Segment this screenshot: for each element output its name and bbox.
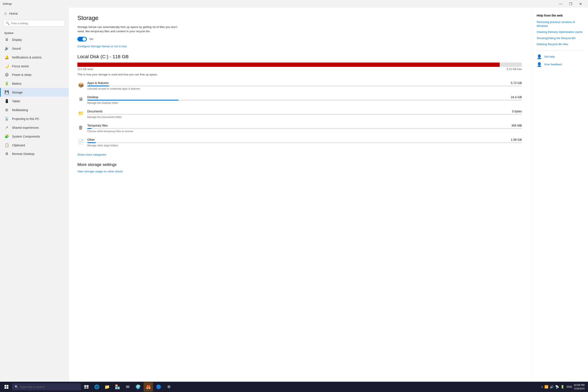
settings-taskbar-button[interactable]: ⚙ bbox=[164, 382, 174, 392]
search-box[interactable]: 🔍 bbox=[4, 20, 65, 26]
sidebar-item-clipboard[interactable]: 📋 Clipboard bbox=[0, 141, 68, 150]
svg-rect-0 bbox=[4, 385, 6, 387]
storage-item-desktop[interactable]: 🖥 Desktop 24.4 GB Manage the Desktop fol… bbox=[77, 94, 522, 105]
close-button[interactable]: ✕ bbox=[576, 0, 586, 7]
sidebar-item-notifications[interactable]: 🔔 Notifications & actions bbox=[0, 53, 68, 62]
volume-icon[interactable]: 🔊 bbox=[550, 385, 554, 389]
temp-size: 305 MB bbox=[512, 124, 522, 127]
help-action-give-feedback[interactable]: 👤 Give feedback bbox=[537, 62, 584, 67]
desktop-body: Desktop 24.4 GB Manage the Desktop folde… bbox=[87, 96, 522, 104]
sidebar-item-components[interactable]: 🧩 System Components bbox=[0, 132, 68, 141]
taskbar-search-input[interactable] bbox=[20, 385, 63, 388]
help-title: Help from the web bbox=[537, 14, 584, 17]
help-action-get-help[interactable]: 👤 Get help bbox=[537, 54, 584, 59]
maximize-button[interactable]: ❐ bbox=[566, 0, 576, 7]
search-input[interactable] bbox=[11, 22, 63, 25]
mail-button[interactable]: ✉ bbox=[123, 382, 132, 392]
tray-expand-icon[interactable]: ∧ bbox=[541, 385, 543, 388]
sidebar-item-power[interactable]: ⏻ Power & sleep bbox=[0, 70, 68, 79]
sidebar-item-home[interactable]: ⌂ Home bbox=[0, 8, 68, 19]
sidebar-item-projecting[interactable]: 📡 Projecting to this PC bbox=[0, 114, 68, 123]
storage-item-temp[interactable]: 🗑 Temporary files 305 MB Choose which te… bbox=[77, 123, 522, 134]
help-link[interactable]: Deleting Recycle Bin files bbox=[537, 42, 584, 46]
notifications-icon: 🔔 bbox=[4, 55, 9, 60]
multitasking-icon: ⊞ bbox=[4, 108, 9, 112]
configure-link[interactable]: Configure Storage Sense or run it now bbox=[77, 45, 127, 48]
desktop-desc: Manage the Desktop folder bbox=[87, 102, 522, 104]
sidebar-section-title: System bbox=[0, 30, 68, 36]
app-button-1[interactable]: 🦊 bbox=[144, 382, 153, 392]
home-icon: ⌂ bbox=[4, 11, 7, 16]
storage-sense-toggle[interactable] bbox=[77, 37, 87, 42]
help-link[interactable]: Removing previous versions of Windows bbox=[537, 20, 584, 28]
edge-button[interactable]: 🌐 bbox=[92, 382, 102, 392]
help-links: Removing previous versions of WindowsCle… bbox=[537, 20, 584, 46]
task-view-button[interactable] bbox=[82, 382, 91, 392]
sidebar: ⌂ Home 🔍 System 🖥 Display 🔊 Sound 🔔 Noti… bbox=[0, 8, 69, 382]
documents-icon: 📁 bbox=[77, 110, 84, 117]
store-button[interactable]: 🏪 bbox=[112, 382, 122, 392]
display-icon: 🖥 bbox=[4, 38, 9, 42]
app-button-2[interactable]: 🔵 bbox=[154, 382, 163, 392]
sidebar-label-remote: Remote Desktop bbox=[12, 152, 34, 156]
apps-top: Apps & features 5.73 GB bbox=[87, 81, 522, 85]
show-more-categories-link[interactable]: Show more categories bbox=[77, 153, 106, 156]
documents-body: Documents 0 bytes Manage the Documents f… bbox=[87, 110, 522, 119]
temp-top: Temporary files 305 MB bbox=[87, 124, 522, 127]
network-icon[interactable]: 📶 bbox=[544, 385, 548, 389]
page-title: Storage bbox=[77, 14, 522, 22]
tray-icons: 📶 🔊 📡 🔋 bbox=[544, 385, 564, 389]
apps-bar-fill bbox=[87, 86, 109, 86]
svg-rect-7 bbox=[86, 388, 88, 388]
sidebar-item-storage[interactable]: 💾 Storage bbox=[0, 88, 68, 97]
wifi-icon[interactable]: 📡 bbox=[555, 385, 559, 389]
sidebar-item-sound[interactable]: 🔊 Sound bbox=[0, 44, 68, 53]
disk-used-fill bbox=[77, 62, 500, 67]
help-action-label: Get help bbox=[544, 55, 555, 58]
start-button[interactable] bbox=[2, 382, 11, 392]
sidebar-label-shared: Shared experiences bbox=[12, 126, 39, 130]
sidebar-item-tablet[interactable]: 📱 Tablet bbox=[0, 97, 68, 106]
temp-desc: Choose which temporary files to remove bbox=[87, 130, 522, 133]
explorer-button[interactable]: 📁 bbox=[102, 382, 112, 392]
svg-rect-6 bbox=[84, 388, 86, 388]
focus-icon: 🌙 bbox=[4, 64, 9, 68]
documents-name: Documents bbox=[87, 110, 102, 113]
toggle-label: On bbox=[90, 38, 93, 40]
sidebar-label-projecting: Projecting to this PC bbox=[12, 117, 39, 120]
view-storage-link[interactable]: View storage usage on other drives bbox=[77, 170, 123, 173]
help-action-label: Give feedback bbox=[544, 63, 562, 66]
disk-title: Local Disk (C:) - 118 GB bbox=[77, 54, 522, 60]
language-label[interactable]: ENG bbox=[567, 385, 572, 388]
more-storage-title: More storage settings bbox=[77, 162, 522, 167]
disk-bar-labels: 112 GB used 5.15 GB free bbox=[77, 68, 522, 71]
help-link[interactable]: Showing/hiding the Recycle Bin bbox=[537, 36, 584, 40]
clock-time: 10:09 PM bbox=[574, 384, 584, 387]
storage-item-documents[interactable]: 📁 Documents 0 bytes Manage the Documents… bbox=[77, 109, 522, 120]
temp-bar-fill bbox=[87, 128, 92, 129]
sidebar-label-storage: Storage bbox=[12, 91, 22, 94]
minimize-button[interactable]: — bbox=[556, 0, 566, 7]
sidebar-item-battery[interactable]: 🔋 Battery bbox=[0, 79, 68, 88]
help-link[interactable]: Clearing Delivery Optimization cache bbox=[537, 30, 584, 34]
browser-button[interactable]: 🌍 bbox=[133, 382, 143, 392]
sidebar-item-focus[interactable]: 🌙 Focus assist bbox=[0, 62, 68, 70]
sidebar-item-remote[interactable]: 🖥 Remote Desktop bbox=[0, 150, 68, 158]
desktop-bar-fill bbox=[87, 100, 178, 100]
battery-icon[interactable]: 🔋 bbox=[560, 385, 564, 389]
help-action-icon: 👤 bbox=[537, 62, 542, 67]
sidebar-item-shared[interactable]: ↗ Shared experiences bbox=[0, 123, 68, 132]
apps-name: Apps & features bbox=[87, 81, 109, 85]
sidebar-label-tablet: Tablet bbox=[12, 100, 20, 103]
help-panel: Help from the web Removing previous vers… bbox=[532, 8, 588, 382]
battery-icon: 🔋 bbox=[4, 81, 9, 86]
disk-description: This is how your storage is used and how… bbox=[77, 73, 522, 76]
storage-item-other[interactable]: 📄 Other 1.58 GB Manage other large folde… bbox=[77, 137, 522, 148]
taskbar-search-box[interactable]: 🔍 bbox=[12, 383, 81, 390]
storage-item-apps[interactable]: 📦 Apps & features 5.73 GB Uninstall unus… bbox=[77, 80, 522, 91]
desktop-bar bbox=[87, 100, 522, 100]
sidebar-item-multitasking[interactable]: ⊞ Multitasking bbox=[0, 106, 68, 114]
tray-clock[interactable]: 10:09 PM 4/18/2024 bbox=[574, 384, 584, 390]
other-bar bbox=[87, 142, 522, 143]
sidebar-item-display[interactable]: 🖥 Display bbox=[0, 36, 68, 44]
